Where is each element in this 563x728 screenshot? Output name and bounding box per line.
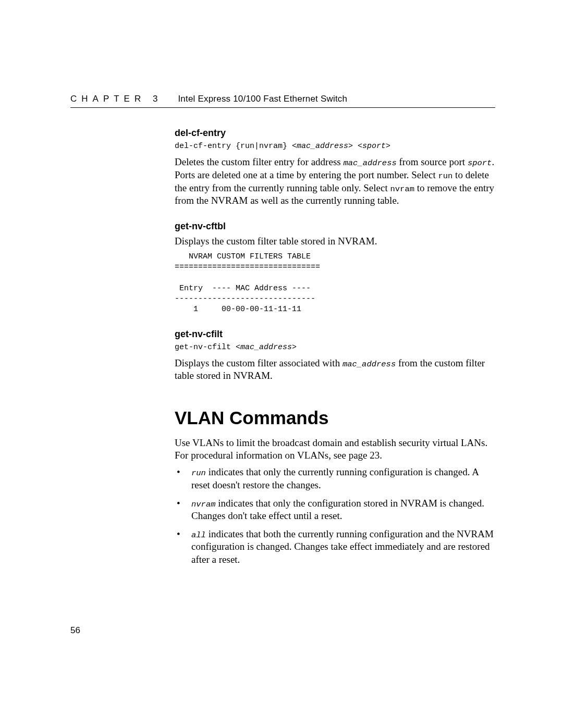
get-nv-cftbl-heading: get-nv-cftbl	[175, 221, 495, 232]
vlan-bullet-list: run indicates that only the currently ru…	[175, 466, 495, 566]
vlan-commands-heading: VLAN Commands	[175, 408, 495, 428]
get-nv-cfilt-syntax: get-nv-cfilt <mac_address>	[175, 343, 495, 352]
get-nv-cftbl-desc: Displays the custom filter table stored …	[175, 235, 495, 248]
page-content: del-cf-entry del-cf-entry {run|nvram} <m…	[175, 128, 495, 566]
chapter-title: Intel Express 10/100 Fast Ethernet Switc…	[178, 94, 347, 104]
vlan-intro: Use VLANs to limit the broadcast domain …	[175, 437, 495, 462]
chapter-label: CHAPTER 3	[70, 94, 162, 104]
del-cf-entry-syntax: del-cf-entry {run|nvram} <mac_address> <…	[175, 142, 495, 151]
get-nv-cfilt-heading: get-nv-cfilt	[175, 329, 495, 340]
list-item: run indicates that only the currently ru…	[175, 466, 495, 491]
list-item: all indicates that both the currently ru…	[175, 528, 495, 566]
del-cf-entry-heading: del-cf-entry	[175, 128, 495, 139]
page-number: 56	[70, 625, 80, 636]
list-item: nvram indicates that only the configurat…	[175, 497, 495, 523]
del-cf-entry-desc: Deletes the custom filter entry for addr…	[175, 156, 495, 207]
get-nv-cfilt-desc: Displays the custom filter associated wi…	[175, 357, 495, 382]
get-nv-cftbl-output: NVRAM CUSTOM FILTERS TABLE =============…	[175, 252, 495, 315]
page-header: CHAPTER 3 Intel Express 10/100 Fast Ethe…	[70, 94, 495, 108]
